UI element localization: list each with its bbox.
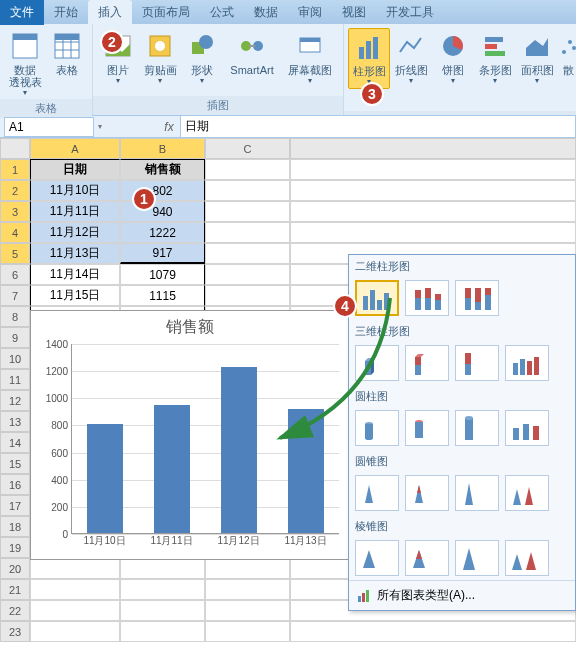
dd-cone-4[interactable] [505,475,549,511]
column-chart-button[interactable]: 柱形图▾ [348,28,390,89]
row-header[interactable]: 12 [0,390,30,411]
formula-input[interactable]: 日期 [180,115,576,138]
row-header[interactable]: 13 [0,411,30,432]
tab-home[interactable]: 开始 [44,0,88,25]
tab-view[interactable]: 视图 [332,0,376,25]
dd-3d-4[interactable] [505,345,549,381]
row-header[interactable]: 11 [0,369,30,390]
row-header[interactable]: 6 [0,264,30,285]
dd-pyr-4[interactable] [505,540,549,576]
row-header[interactable]: 21 [0,579,30,600]
cell[interactable]: 11月15日 [30,285,120,306]
col-header-A[interactable]: A [30,138,120,159]
dd-cyl-4[interactable] [505,410,549,446]
clipart-button[interactable]: 剪贴画▾ [139,28,181,87]
cell[interactable] [290,201,576,222]
cell[interactable] [205,201,290,222]
cell[interactable]: 1115 [120,285,205,306]
row-header[interactable]: 23 [0,621,30,642]
cell[interactable] [205,558,290,579]
chart-bar[interactable] [221,367,257,533]
dd-pyr-1[interactable] [355,540,399,576]
dd-2d-clustered[interactable] [355,280,399,316]
name-box[interactable]: A1 [4,117,94,137]
cell[interactable]: 11月10日 [30,180,120,201]
cell[interactable] [30,600,120,621]
cell[interactable]: 日期 [30,159,120,180]
row-header[interactable]: 16 [0,474,30,495]
tab-dev[interactable]: 开发工具 [376,0,444,25]
cell[interactable]: 11月14日 [30,264,120,285]
tab-data[interactable]: 数据 [244,0,288,25]
dd-cone-1[interactable] [355,475,399,511]
cell[interactable] [30,621,120,642]
dd-cone-2[interactable] [405,475,449,511]
screenshot-button[interactable]: 屏幕截图▾ [281,28,339,87]
cell[interactable] [120,558,205,579]
line-chart-button[interactable]: 折线图▾ [390,28,432,89]
row-header[interactable]: 3 [0,201,30,222]
embedded-chart[interactable]: 销售额 0200400600800100012001400 11月10日11月1… [30,310,350,560]
row-header[interactable]: 7 [0,285,30,306]
dd-cone-3[interactable] [455,475,499,511]
dd-3d-3[interactable] [455,345,499,381]
smartart-button[interactable]: SmartArt [223,28,281,87]
cell[interactable] [120,579,205,600]
col-header-C[interactable]: C [205,138,290,159]
cell[interactable] [120,600,205,621]
cell[interactable]: 11月12日 [30,222,120,243]
row-header[interactable]: 8 [0,306,30,327]
chart-bar[interactable] [288,409,324,533]
cell[interactable]: 917 [120,243,205,264]
cell[interactable]: 11月13日 [30,243,120,264]
dd-3d-1[interactable] [355,345,399,381]
dd-cyl-3[interactable] [455,410,499,446]
cell[interactable] [30,579,120,600]
fx-icon[interactable]: fx [162,120,176,134]
dd-2d-stacked100[interactable] [455,280,499,316]
row-header[interactable]: 9 [0,327,30,348]
row-header[interactable]: 20 [0,558,30,579]
cell[interactable] [205,264,290,285]
cell[interactable] [290,180,576,201]
cell[interactable] [290,159,576,180]
cell[interactable] [205,222,290,243]
shapes-button[interactable]: 形状▾ [181,28,223,87]
namebox-arrow-icon[interactable]: ▾ [98,122,102,131]
row-header[interactable]: 2 [0,180,30,201]
dd-all-chart-types[interactable]: 所有图表类型(A)... [349,580,575,610]
chart-bar[interactable] [87,424,123,533]
cell[interactable] [290,621,576,642]
cell[interactable] [205,243,290,264]
tab-file[interactable]: 文件 [0,0,44,25]
cell[interactable] [120,621,205,642]
dd-pyr-3[interactable] [455,540,499,576]
cell[interactable]: 销售额 [120,159,205,180]
chart-bar[interactable] [154,405,190,533]
tab-formula[interactable]: 公式 [200,0,244,25]
tab-insert[interactable]: 插入 [88,0,132,25]
dd-cyl-2[interactable] [405,410,449,446]
cell[interactable] [205,180,290,201]
row-header[interactable]: 22 [0,600,30,621]
tab-review[interactable]: 审阅 [288,0,332,25]
row-header[interactable]: 1 [0,159,30,180]
row-header[interactable]: 18 [0,516,30,537]
bar-chart-button[interactable]: 条形图▾ [474,28,516,89]
col-header-rest[interactable] [290,138,576,159]
dd-pyr-2[interactable] [405,540,449,576]
dd-3d-2[interactable] [405,345,449,381]
dd-cyl-1[interactable] [355,410,399,446]
row-header[interactable]: 14 [0,432,30,453]
cell[interactable] [205,159,290,180]
row-header[interactable]: 19 [0,537,30,558]
cell[interactable] [205,600,290,621]
scatter-chart-button[interactable]: 散 [558,28,576,89]
select-all-corner[interactable] [0,138,30,159]
dd-2d-stacked[interactable] [405,280,449,316]
cell[interactable]: 1222 [120,222,205,243]
pie-chart-button[interactable]: 饼图▾ [432,28,474,89]
cell[interactable] [205,285,290,306]
row-header[interactable]: 5 [0,243,30,264]
cell[interactable] [30,558,120,579]
